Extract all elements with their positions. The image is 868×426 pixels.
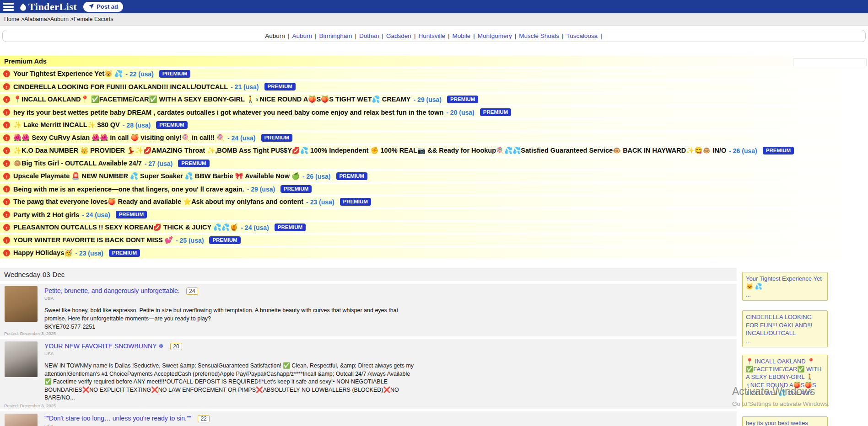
premium-ad-title[interactable]: Upscale Playmate 🚨 NEW NUMBER 💦 Super So… xyxy=(13,172,300,180)
premium-ad-title[interactable]: Party with 2 Hot girls xyxy=(13,211,79,218)
premium-ad-title[interactable]: ✨K.O Daa NUMBER 👑 PROVIDER 💃✨💋AMAZING Th… xyxy=(13,147,726,154)
menu-icon[interactable] xyxy=(3,3,14,11)
city-link-gadsden[interactable]: Gadsden xyxy=(386,32,411,39)
premium-ad-age[interactable]: - 21 (usa) xyxy=(231,83,259,91)
listing-posted-date: Posted: December 3, 2025 xyxy=(4,331,56,336)
premium-ad-title[interactable]: Happy HOlidays🥳 xyxy=(13,249,72,257)
sidebar-ad-title[interactable]: CINDERELLA LOOKING FOR FUN!!! OAKLAND!!!… xyxy=(746,314,812,336)
sidebar-ad-box[interactable]: CINDERELLA LOOKING FOR FUN!!! OAKLAND!!!… xyxy=(742,310,828,347)
premium-badge[interactable]: PREMIUM xyxy=(178,160,209,167)
city-link-huntsville[interactable]: Huntsville xyxy=(418,32,445,39)
breadcrumb[interactable]: Home >Alabama>Auburn >Female Escorts xyxy=(4,16,113,22)
arrow-up-icon: ↑ xyxy=(3,134,10,141)
premium-ad-age[interactable]: - 26 (usa) xyxy=(302,173,330,180)
sidebar-ad-more[interactable]: ... xyxy=(746,397,824,405)
premium-badge[interactable]: PREMIUM xyxy=(109,249,140,257)
premium-ad-row[interactable]: ↑ Party with 2 Hot girls - 24 (usa) PREM… xyxy=(0,209,842,220)
premium-ad-age[interactable]: - 29 (usa) xyxy=(414,96,442,103)
listing-row[interactable]: Petite, brunette, and dangerously unforg… xyxy=(0,284,737,336)
premium-ad-row[interactable]: ↑ PLEASANTON OUTCALLS !! SEXY KOREAN💋 TH… xyxy=(0,222,842,233)
premium-ad-row[interactable]: ↑ ✨ Lake Merritt INCALL✨ $80 QV - 28 (us… xyxy=(0,120,842,130)
premium-ad-row[interactable]: ↑ 🌺🌺 Sexy CuRvy Asian 🌺🌺 in call 🍑 visit… xyxy=(0,133,842,143)
premium-ad-age[interactable]: - 24 (usa) xyxy=(82,211,110,218)
listing-title[interactable]: ""Don't stare too long… unless you're re… xyxy=(44,415,191,422)
sidebar-ad-box[interactable]: Your Tightest Experience Yet🐱 💦 ... xyxy=(742,272,828,301)
premium-ad-age[interactable]: - 26 (usa) xyxy=(729,147,757,154)
premium-ad-age[interactable]: - 24 (usa) xyxy=(241,224,269,231)
premium-badge[interactable]: PREMIUM xyxy=(336,172,367,180)
premium-ad-row[interactable]: ↑ Upscale Playmate 🚨 NEW NUMBER 💦 Super … xyxy=(0,171,842,181)
premium-badge[interactable]: PREMIUM xyxy=(340,198,371,206)
city-link-dothan[interactable]: Dothan xyxy=(359,32,379,39)
premium-ad-age[interactable]: - 20 (usa) xyxy=(446,109,474,116)
city-link-montgomery[interactable]: Montgomery xyxy=(478,32,512,39)
city-link-mobile[interactable]: Mobile xyxy=(452,32,470,39)
sidebar-ad-box[interactable]: hey its your best wettes petite baby DRE… xyxy=(742,416,828,426)
city-link-tuscaloosa[interactable]: Tuscaloosa xyxy=(566,32,598,39)
premium-ad-title[interactable]: ✨ Lake Merritt INCALL✨ $80 QV xyxy=(13,121,120,129)
premium-ad-row[interactable]: ↑ ✨K.O Daa NUMBER 👑 PROVIDER 💃✨💋AMAZING … xyxy=(0,145,842,156)
premium-ad-row[interactable]: ↑ CINDERELLA LOOKING FOR FUN!!! OAKLAND!… xyxy=(0,81,842,92)
premium-badge[interactable]: PREMIUM xyxy=(116,211,147,218)
city-link-birmingham[interactable]: Birmingham xyxy=(319,32,352,39)
breadcrumb-bar: Home >Alabama>Auburn >Female Escorts xyxy=(0,13,868,26)
premium-badge[interactable]: PREMIUM xyxy=(280,185,312,193)
premium-ad-row[interactable]: ↑ 🐵Big Tits Girl - OUTCALL Available 24/… xyxy=(0,158,842,169)
premium-ad-age[interactable]: - 27 (usa) xyxy=(145,160,173,167)
premium-ad-age[interactable]: - 23 (usa) xyxy=(306,198,334,206)
premium-badge[interactable]: PREMIUM xyxy=(275,224,306,231)
premium-ad-row[interactable]: ↑ Your Tightest Experience Yet🐱 💦 - 22 (… xyxy=(0,69,842,79)
city-link-auburn-current[interactable]: Auburn xyxy=(265,32,285,39)
listing-thumbnail[interactable] xyxy=(5,286,38,322)
premium-ad-title[interactable]: Being with me is an experience—one that … xyxy=(13,186,244,193)
listing-thumbnail[interactable] xyxy=(5,341,38,377)
premium-ad-title[interactable]: The pawg that everyone loves🍑 Ready and … xyxy=(13,198,303,206)
premium-ad-title[interactable]: PLEASANTON OUTCALLS !! SEXY KOREAN💋 THIC… xyxy=(13,224,238,231)
premium-ad-title[interactable]: 📍INCALL OAKLAND📍 ✅FACETIME/CAR✅ WITH A S… xyxy=(13,96,411,103)
premium-badge[interactable]: PREMIUM xyxy=(264,83,296,91)
premium-badge[interactable]: PREMIUM xyxy=(156,121,187,129)
premium-ad-row[interactable]: ↑ YOUR WINTER FAVORITE IS BACK DONT MISS… xyxy=(0,235,842,245)
listing-title[interactable]: Petite, brunette, and dangerously unforg… xyxy=(44,287,180,294)
city-link-auburn[interactable]: Auburn xyxy=(292,32,312,39)
city-link-muscle-shoals[interactable]: Muscle Shoals xyxy=(519,32,559,39)
sidebar-ad-title[interactable]: 📍 INCALL OAKLAND 📍 ✅FACETIME/CAR✅ WITH A… xyxy=(746,358,821,396)
brand-logo[interactable]: TinderList xyxy=(19,1,77,13)
premium-ad-age[interactable]: - 22 (usa) xyxy=(125,70,153,78)
sidebar-ad-box[interactable]: 📍 INCALL OAKLAND 📍 ✅FACETIME/CAR✅ WITH A… xyxy=(742,355,828,407)
sidebar-ad-more[interactable]: ... xyxy=(746,337,824,345)
premium-ad-title[interactable]: hey its your best wettes petite baby DRE… xyxy=(13,109,443,116)
premium-ad-row[interactable]: ↑ Being with me is an experience—one tha… xyxy=(0,184,842,194)
sidebar-ad-more[interactable]: ... xyxy=(746,291,824,298)
premium-ad-title[interactable]: CINDERELLA LOOKING FOR FUN!!! OAKLAND!!!… xyxy=(13,83,228,91)
listing-thumbnail[interactable] xyxy=(5,414,38,426)
premium-ad-age[interactable]: - 28 (usa) xyxy=(123,122,151,129)
premium-ad-title[interactable]: Your Tightest Experience Yet🐱 💦 xyxy=(13,70,123,78)
premium-badge[interactable]: PREMIUM xyxy=(209,236,240,244)
premium-sidebar: Your Tightest Experience Yet🐱 💦 ... CIND… xyxy=(742,272,828,426)
premium-ad-age[interactable]: - 23 (usa) xyxy=(75,250,103,257)
premium-ad-row[interactable]: ↑ Happy HOlidays🥳 - 23 (usa) PREMIUM xyxy=(0,248,842,258)
listing-title[interactable]: YOUR NEW FAVORITE SNOWBUNNY ❄ xyxy=(44,342,164,350)
listing-row[interactable]: ""Don't stare too long… unless you're re… xyxy=(0,411,737,426)
arrow-up-icon: ↑ xyxy=(3,173,10,180)
premium-badge[interactable]: PREMIUM xyxy=(159,70,190,78)
premium-ad-age[interactable]: - 25 (usa) xyxy=(176,237,204,244)
premium-ad-title[interactable]: YOUR WINTER FAVORITE IS BACK DONT MISS 💕 xyxy=(13,236,173,244)
premium-ad-age[interactable]: - 29 (usa) xyxy=(247,186,275,193)
sidebar-ad-title[interactable]: Your Tightest Experience Yet🐱 💦 xyxy=(746,275,822,290)
premium-ad-row[interactable]: ↑ hey its your best wettes petite baby D… xyxy=(0,107,842,117)
premium-ad-title[interactable]: 🐵Big Tits Girl - OUTCALL Available 24/7 xyxy=(13,160,142,167)
post-ad-button[interactable]: Post ad xyxy=(83,2,123,12)
premium-ad-age[interactable]: - 24 (usa) xyxy=(227,134,255,142)
premium-badge[interactable]: PREMIUM xyxy=(261,134,292,142)
age-badge: 22 xyxy=(198,415,209,422)
premium-badge[interactable]: PREMIUM xyxy=(763,147,794,154)
sidebar-ad-title[interactable]: hey its your best wettes petite baby DRE… xyxy=(746,420,815,426)
premium-ad-title[interactable]: 🌺🌺 Sexy CuRvy Asian 🌺🌺 in call 🍑 visitin… xyxy=(13,134,225,142)
listing-row[interactable]: YOUR NEW FAVORITE SNOWBUNNY ❄ 20 USA NEW… xyxy=(0,339,737,409)
premium-badge[interactable]: PREMIUM xyxy=(447,96,478,103)
premium-badge[interactable]: PREMIUM xyxy=(480,108,511,116)
premium-ad-row[interactable]: ↑ The pawg that everyone loves🍑 Ready an… xyxy=(0,197,842,207)
premium-ad-row[interactable]: ↑ 📍INCALL OAKLAND📍 ✅FACETIME/CAR✅ WITH A… xyxy=(0,94,842,105)
